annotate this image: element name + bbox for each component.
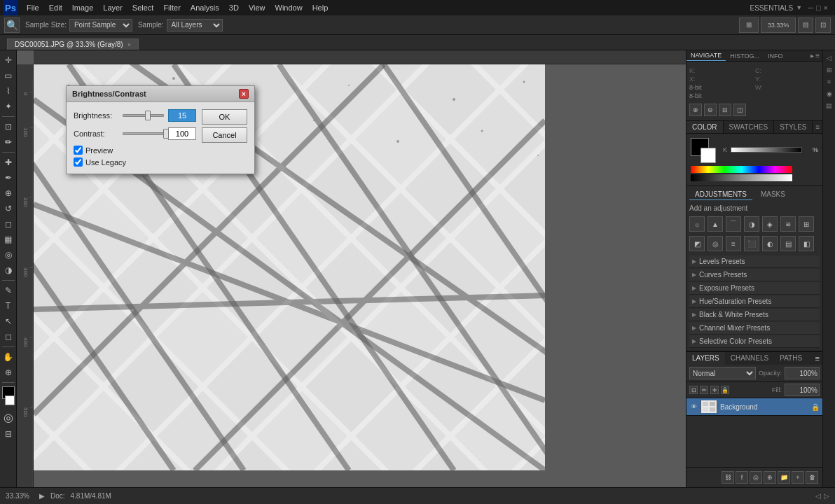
menu-view[interactable]: View [244,2,270,13]
tools-icon[interactable]: ⊞ [824,65,834,75]
color-icon[interactable]: ◉ [824,89,834,99]
background-color[interactable] [5,396,15,405]
preset-levels[interactable]: ▶ Levels Presets [689,255,820,268]
history-brush-tool[interactable]: ↺ [1,202,15,216]
adj-icon-photofilter[interactable]: ◎ [708,236,723,251]
menu-layer[interactable]: Layer [99,2,127,13]
tab-channels[interactable]: CHANNELS [725,352,774,365]
eyedropper-tool-2[interactable]: ✏ [1,135,15,149]
adj-icon-vibrance[interactable]: ◈ [762,216,778,232]
quick-mask-mode[interactable]: ◎ [1,410,15,424]
preset-curves[interactable]: ▶ Curves Presets [689,269,820,281]
pen-tool[interactable]: ✎ [1,284,15,298]
dialog-close-btn[interactable]: × [239,89,249,99]
menu-edit[interactable]: Edit [45,2,67,13]
ok-button[interactable]: OK [202,109,247,125]
adj-icon-threshold[interactable]: ◧ [799,236,814,251]
use-legacy-checkbox[interactable] [74,158,83,167]
type-tool[interactable]: T [1,299,15,313]
k-slider-bar[interactable] [731,147,802,153]
status-left-btn[interactable]: ◁ [815,492,821,500]
workspace-chevron[interactable]: ▼ [796,4,802,11]
preset-channelmixer[interactable]: ▶ Channel Mixer Presets [689,322,820,335]
zoom-btn[interactable]: 33.33% [761,18,796,33]
new-adj-btn[interactable]: ⊕ [764,471,776,484]
add-mask-btn[interactable]: ◎ [750,471,762,484]
contrast-slider-area[interactable] [123,128,164,139]
healing-tool[interactable]: ✚ [1,155,15,169]
layer-item-background[interactable]: 👁 Background 🔒 [686,398,822,416]
brush-tool[interactable]: ✒ [1,171,15,185]
canvas-area[interactable]: 0 100 200 300 400 500 600 700 800 [17,50,686,487]
path-select-tool[interactable]: ↖ [1,314,15,328]
window-restore[interactable]: □ [816,4,821,12]
tab-layers[interactable]: LAYERS [686,352,725,365]
move-tool[interactable]: ✛ [1,53,15,67]
layers-icon[interactable]: ▤ [824,101,834,111]
add-style-btn[interactable]: f [736,471,748,484]
screen-mode-icon[interactable]: ⊟ [1,427,15,441]
crop-tool[interactable]: ⊡ [1,120,15,134]
lock-image-btn[interactable]: ✏ [700,386,708,394]
blur-tool[interactable]: ◎ [1,248,15,262]
view-mode-btn[interactable]: ⊞ [739,18,759,33]
adj-icon-brightness[interactable]: ☼ [689,216,705,232]
new-group-btn[interactable]: 📁 [778,471,790,484]
tab-swatches[interactable]: SWATCHES [724,121,775,133]
brightness-slider-thumb[interactable] [145,111,151,120]
lock-transparent-btn[interactable]: ⊡ [689,386,698,394]
window-minimize[interactable]: ─ [808,4,813,12]
color-panel-menu[interactable]: ≡ [815,123,820,131]
background-swatch[interactable] [701,148,716,163]
eraser-tool[interactable]: ◻ [1,217,15,231]
zoom-tool[interactable]: ⊕ [1,365,15,379]
tab-navigate[interactable]: NAVIGATE [686,50,726,61]
nav-icon-3[interactable]: ⊟ [719,104,731,116]
adj-icon-bw[interactable]: ◩ [689,236,705,251]
menu-3d[interactable]: 3D [225,2,243,13]
tab-info[interactable]: INFO [764,51,787,61]
menu-select[interactable]: Select [128,2,158,13]
menu-filter[interactable]: Filter [159,2,184,13]
hue-bar[interactable] [691,166,792,173]
preset-hsl[interactable]: ▶ Hue/Saturation Presets [689,295,820,308]
adj-icon-channelmixer[interactable]: ≡ [726,236,741,251]
cancel-button[interactable]: Cancel [202,127,247,143]
dodge-tool[interactable]: ◑ [1,263,15,277]
tab-paths[interactable]: PATHS [774,352,808,365]
adj-icon-hsl[interactable]: ≋ [780,216,796,232]
lock-all-btn[interactable]: 🔒 [721,386,729,394]
layers-panel-menu[interactable]: ≡ [813,352,822,365]
preset-bw[interactable]: ▶ Black & White Presets [689,309,820,321]
menu-file[interactable]: File [22,2,43,13]
marquee-tool[interactable]: ▭ [1,69,15,83]
hand-tool[interactable]: ✋ [1,350,15,364]
preset-selectivecolor[interactable]: ▶ Selective Color Presets [689,335,820,348]
adj-icon-posterize[interactable]: ▤ [780,236,796,251]
magic-wand-tool[interactable]: ✦ [1,99,15,113]
menu-image[interactable]: Image [68,2,98,13]
new-layer-btn[interactable]: + [792,471,804,484]
menu-help[interactable]: Help [308,2,333,13]
lock-position-btn[interactable]: ✛ [710,386,719,394]
layer-eye-background[interactable]: 👁 [689,402,698,411]
gradient-tool[interactable]: ▦ [1,232,15,246]
adj-icon-colorlookup[interactable]: ⬛ [744,236,759,251]
delete-layer-btn[interactable]: 🗑 [806,471,818,484]
document-tab[interactable]: DSC00051.JPG @ 33.3% (Gray/8) × [7,38,139,50]
menu-window[interactable]: Window [271,2,307,13]
opacity-input[interactable] [785,367,820,379]
properties-icon[interactable]: ≡ [824,77,834,87]
arrange-btn[interactable]: ⊟ [798,18,813,33]
brightness-slider-area[interactable] [123,110,164,121]
tab-styles[interactable]: STYLES [774,121,813,133]
nav-icon-2[interactable]: ⊖ [704,104,717,116]
blend-mode-select[interactable]: Normal [689,367,756,379]
fg-bg-swatch[interactable] [691,138,716,163]
lasso-tool[interactable]: ⌇ [1,84,15,98]
tab-histogram[interactable]: HISTOG... [726,51,764,61]
adj-icon-curves[interactable]: ⌒ [726,216,741,232]
window-close[interactable]: × [824,4,828,12]
nav-icon-4[interactable]: ◫ [733,104,746,116]
tab-adjustments[interactable]: ADJUSTMENTS [689,189,752,200]
